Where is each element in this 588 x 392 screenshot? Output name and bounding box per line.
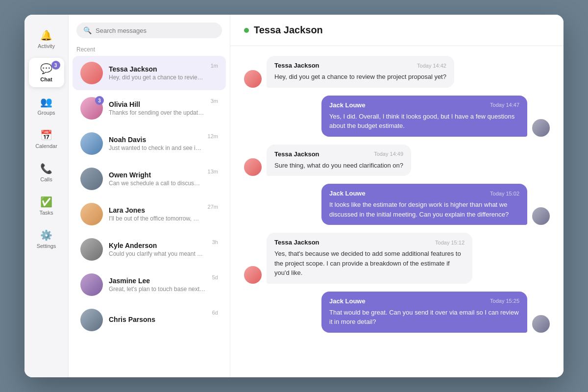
chat-name-4: Owen Wright <box>109 171 202 179</box>
bubble-header-2: Jack Louwe Today 14:47 <box>329 101 519 109</box>
message-row-1: Tessa Jackson Today 14:42 Hey, did you g… <box>244 56 550 88</box>
search-input[interactable] <box>96 27 215 34</box>
sidebar-label-tasks: Tasks <box>39 210 53 216</box>
chat-info-4: Owen Wright Can we schedule a call to di… <box>109 171 202 187</box>
msg-avatar-1 <box>244 70 262 88</box>
sidebar-item-groups[interactable]: 👥 Groups <box>29 91 64 121</box>
badge-chat: 3 <box>51 61 60 70</box>
activity-icon: 🔔 <box>40 29 52 41</box>
chat-main: Tessa Jackson Tessa Jackson Today 14:42 … <box>230 15 564 377</box>
chat-info-8: Chris Parsons <box>109 316 206 324</box>
tasks-icon: ✅ <box>40 196 52 208</box>
chat-time-2: 3m <box>211 98 218 104</box>
chat-name-8: Chris Parsons <box>109 316 206 323</box>
sidebar-label-chat: Chat <box>40 76 52 82</box>
chat-item-5[interactable]: Lara Jones I'll be out of the office tom… <box>73 197 226 231</box>
sidebar-item-calls[interactable]: 📞 Calls <box>29 158 64 187</box>
sidebar-label-calendar: Calendar <box>35 143 57 149</box>
chat-info-5: Lara Jones I'll be out of the office tom… <box>109 206 202 222</box>
chat-time-7: 5d <box>212 274 218 280</box>
app-container: 🔔 Activity 💬 Chat 3 👥 Groups 📅 Calendar … <box>24 15 564 377</box>
msg-avatar-3 <box>244 158 262 176</box>
sidebar-item-activity[interactable]: 🔔 Activity <box>29 24 64 54</box>
sidebar-label-settings: Settings <box>37 243 56 249</box>
chat-time-6: 3h <box>212 239 218 245</box>
bubble-time-1: Today 14:42 <box>417 63 446 69</box>
sidebar-item-tasks[interactable]: ✅ Tasks <box>29 191 64 220</box>
bubble-sender-4: Jack Louwe <box>329 190 366 197</box>
chat-info-2: Olivia Hill Thanks for sending over the … <box>109 100 205 116</box>
chat-time-4: 13m <box>208 169 218 174</box>
bubble-header-1: Tessa Jackson Today 14:42 <box>274 62 446 69</box>
message-row-6: Jack Louwe Today 15:25 That would be gre… <box>244 292 550 333</box>
bubble-4: Jack Louwe Today 15:02 It looks like the… <box>321 184 527 225</box>
chat-icon: 💬 <box>40 63 52 74</box>
bubble-text-3: Sure thing, what do you need clarificati… <box>274 161 403 171</box>
bubble-time-5: Today 15:12 <box>435 240 465 245</box>
bubble-text-1: Hey, did you get a chance to review the … <box>274 72 446 82</box>
bubble-time-6: Today 15:25 <box>490 298 519 304</box>
chat-name-7: Jasmine Lee <box>109 277 206 285</box>
avatar-3 <box>80 132 103 155</box>
bubble-header-6: Jack Louwe Today 15:25 <box>329 297 519 305</box>
chat-preview-5: I'll be out of the office tomorrow, but … <box>109 215 202 222</box>
bubble-header-4: Jack Louwe Today 15:02 <box>329 190 519 197</box>
chat-info-1: Tessa Jackson Hey, did you get a chance … <box>109 65 205 81</box>
sidebar-label-groups: Groups <box>37 110 55 116</box>
message-row-2: Jack Louwe Today 14:47 Yes, I did. Overa… <box>244 96 550 137</box>
chat-item-3[interactable]: Noah Davis Just wanted to check in and s… <box>73 126 226 161</box>
bubble-header-3: Tessa Jackson Today 14:49 <box>274 150 403 158</box>
avatar-4 <box>80 168 103 190</box>
sidebar: 🔔 Activity 💬 Chat 3 👥 Groups 📅 Calendar … <box>24 15 69 377</box>
chat-name-2: Olivia Hill <box>109 100 205 108</box>
chat-preview-1: Hey, did you get a chance to review... <box>109 74 205 81</box>
sidebar-label-activity: Activity <box>38 43 55 49</box>
chat-item-8[interactable]: Chris Parsons 6d <box>73 303 226 337</box>
recent-label: Recent <box>69 42 230 55</box>
chat-preview-3: Just wanted to check in and see if there… <box>109 145 202 151</box>
chat-name-5: Lara Jones <box>109 206 202 214</box>
avatar-1 <box>80 62 103 84</box>
bubble-sender-2: Jack Louwe <box>329 101 366 109</box>
chat-time-5: 27m <box>208 204 218 210</box>
msg-avatar-5 <box>244 266 262 284</box>
chat-info-7: Jasmine Lee Great, let's plan to touch b… <box>109 277 206 293</box>
sidebar-item-calendar[interactable]: 📅 Calendar <box>29 124 64 154</box>
chat-name-1: Tessa Jackson <box>109 65 205 73</box>
bubble-6: Jack Louwe Today 15:25 That would be gre… <box>321 292 527 333</box>
bubble-time-4: Today 15:02 <box>490 191 519 196</box>
messages-area: Tessa Jackson Today 14:42 Hey, did you g… <box>230 46 564 377</box>
chat-name-6: Kyle Anderson <box>109 242 206 249</box>
message-row-4: Jack Louwe Today 15:02 It looks like the… <box>244 184 550 225</box>
bubble-sender-3: Tessa Jackson <box>274 150 319 158</box>
bubble-sender-1: Tessa Jackson <box>274 62 319 69</box>
chat-time-3: 12m <box>208 133 218 139</box>
msg-avatar-4 <box>532 207 550 225</box>
calendar-icon: 📅 <box>40 129 52 141</box>
chat-list: Tessa Jackson Hey, did you get a chance … <box>69 55 230 377</box>
chat-info-6: Kyle Anderson Could you clarify what you… <box>109 242 206 257</box>
chat-item-6[interactable]: Kyle Anderson Could you clarify what you… <box>73 232 226 267</box>
message-row-3: Tessa Jackson Today 14:49 Sure thing, wh… <box>244 145 550 176</box>
chat-name-3: Noah Davis <box>109 136 202 144</box>
bubble-text-4: It looks like the estimate for design wo… <box>329 200 519 219</box>
bubble-text-2: Yes, I did. Overall, I think it looks go… <box>329 112 519 131</box>
unread-badge-2: 3 <box>95 96 104 105</box>
chat-item-4[interactable]: Owen Wright Can we schedule a call to di… <box>73 162 226 196</box>
search-icon: 🔍 <box>83 26 92 34</box>
bubble-time-3: Today 14:49 <box>374 151 403 157</box>
sidebar-item-chat[interactable]: 💬 Chat 3 <box>29 58 64 87</box>
chat-preview-6: Could you clarify what you meant by... <box>109 250 206 257</box>
bubble-text-5: Yes, that's because we decided to add so… <box>274 249 465 278</box>
avatar-7 <box>80 273 103 296</box>
chat-item-2[interactable]: 3 Olivia Hill Thanks for sending over th… <box>73 91 226 125</box>
sidebar-label-calls: Calls <box>40 176 52 182</box>
chat-time-8: 6d <box>212 310 218 316</box>
search-input-wrap[interactable]: 🔍 <box>76 23 222 38</box>
chat-item-7[interactable]: Jasmine Lee Great, let's plan to touch b… <box>73 268 226 302</box>
sidebar-item-settings[interactable]: ⚙️ Settings <box>29 224 64 254</box>
bubble-header-5: Tessa Jackson Today 15:12 <box>274 239 465 246</box>
chat-time-1: 1m <box>211 63 218 69</box>
chat-header-name: Tessa Jackson <box>254 24 323 36</box>
chat-item-1[interactable]: Tessa Jackson Hey, did you get a chance … <box>73 56 226 90</box>
